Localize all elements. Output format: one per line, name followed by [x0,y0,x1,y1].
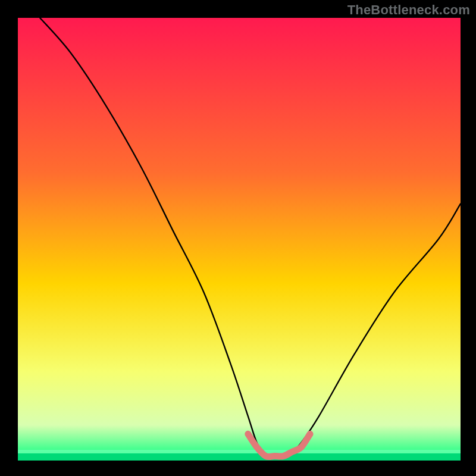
plot-area [18,18,461,461]
chart-stage: TheBottleneck.com [0,0,476,476]
low-bottleneck-band [248,434,310,456]
watermark-text: TheBottleneck.com [347,2,470,18]
curve-layer [18,18,461,461]
bottleneck-curve [40,18,461,457]
